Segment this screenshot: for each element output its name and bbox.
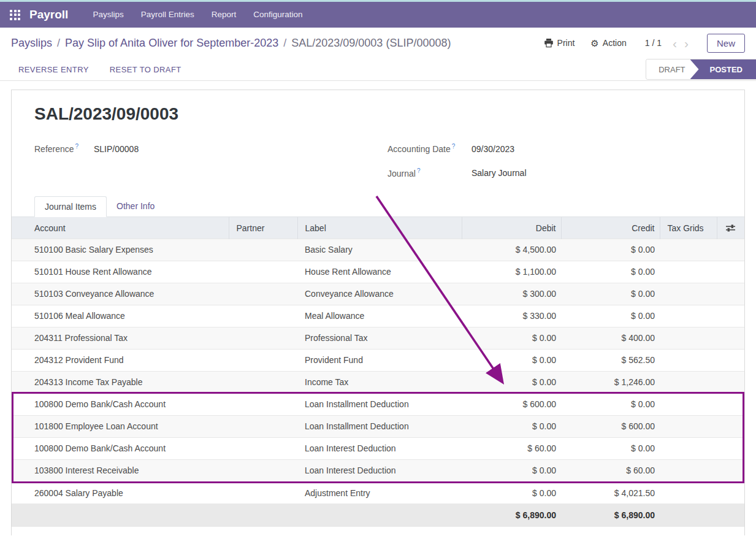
control-panel: PayslipsPay Slip of Anita Oliver for Sep… <box>0 28 756 58</box>
cell-account: 260004 Salary Payable <box>12 481 229 503</box>
status-posted[interactable]: POSTED <box>690 59 756 79</box>
column-header-partner[interactable]: Partner <box>229 217 297 239</box>
field-reference-label: Reference? <box>34 140 94 155</box>
table-row[interactable]: 510101 House Rent Allowance House Rent A… <box>12 261 744 283</box>
pager: 1 / 1 ‹ › <box>645 37 689 50</box>
app-brand[interactable]: Payroll <box>29 8 68 21</box>
cell-partner <box>229 459 297 481</box>
table-row[interactable]: 260004 Salary Payable Adjustment Entry $… <box>12 481 744 503</box>
cell-handle <box>717 305 744 327</box>
cell-handle <box>717 327 744 349</box>
field-reference-value[interactable]: SLIP/00008 <box>94 143 139 155</box>
cell-account: 103800 Interest Receivable <box>12 459 229 481</box>
print-button[interactable]: Print <box>544 38 575 48</box>
cell-account: 100800 Demo Bank/Cash Account <box>12 393 229 415</box>
action-button[interactable]: ⚙ Action <box>590 38 626 48</box>
cell-debit: $ 600.00 <box>462 393 561 415</box>
field-accounting-date-value[interactable]: 09/30/2023 <box>472 143 514 155</box>
cell-debit: $ 0.00 <box>462 327 561 349</box>
tab-journal-items[interactable]: Journal Items <box>34 196 107 217</box>
breadcrumb-link[interactable]: Pay Slip of Anita Oliver for September-2… <box>65 37 291 50</box>
cell-handle <box>717 283 744 305</box>
cell-handle <box>717 239 744 261</box>
new-button[interactable]: New <box>707 34 745 53</box>
table-row[interactable]: 204312 Provident Fund Provident Fund $ 0… <box>12 349 744 371</box>
cell-debit: $ 0.00 <box>462 371 561 393</box>
cell-debit: $ 4,500.00 <box>462 239 561 261</box>
optional-columns-toggle[interactable] <box>717 217 744 239</box>
fields-area: Reference? SLIP/00008 Accounting Date? 0… <box>12 124 744 179</box>
cell-label: Loan Interest Deduction <box>297 437 462 459</box>
nav-menu-item[interactable]: Payslips <box>84 2 132 28</box>
cell-debit: $ 0.00 <box>462 459 561 481</box>
form-sheet: SAL/2023/09/0003 Reference? SLIP/00008 A… <box>11 90 745 535</box>
cell-credit: $ 0.00 <box>561 437 660 459</box>
journal-items-table: Account Partner Label Debit Credit Tax G… <box>12 217 744 527</box>
table-row[interactable]: 204313 Income Tax Payable Income Tax $ 0… <box>12 371 744 393</box>
table-row[interactable]: 103800 Interest Receivable Loan Interest… <box>12 459 744 481</box>
cell-label: Basic Salary <box>297 239 462 261</box>
column-header-tax-grids[interactable]: Tax Grids <box>660 217 717 239</box>
table-row[interactable]: 510103 Conveyance Allowance Conveyance A… <box>12 283 744 305</box>
cell-partner <box>229 393 297 415</box>
cell-account: 204312 Provident Fund <box>12 349 229 371</box>
total-debit: $ 6,890.00 <box>462 503 561 527</box>
statusbar: REVERSE ENTRY RESET TO DRAFT DRAFT POSTE… <box>0 58 756 81</box>
table-row[interactable]: 100800 Demo Bank/Cash Account Loan Insta… <box>12 393 744 415</box>
breadcrumb-link[interactable]: Payslips <box>11 37 65 50</box>
cell-credit: $ 400.00 <box>561 327 660 349</box>
help-icon: ? <box>417 167 421 174</box>
table-row[interactable]: 100800 Demo Bank/Cash Account Loan Inter… <box>12 437 744 459</box>
page-title: SAL/2023/09/0003 <box>12 90 744 124</box>
column-header-debit[interactable]: Debit <box>462 217 561 239</box>
table-header-row: Account Partner Label Debit Credit Tax G… <box>12 217 744 239</box>
field-journal: Journal? Salary Journal <box>388 165 527 180</box>
nav-menu-item[interactable]: Report <box>203 2 245 28</box>
tab-bar: Journal Items Other Info <box>12 196 744 217</box>
cell-handle <box>717 415 744 437</box>
cell-tax-grids <box>660 349 717 371</box>
cell-partner <box>229 283 297 305</box>
cell-credit: $ 60.00 <box>561 459 660 481</box>
cell-label: Professional Tax <box>297 327 462 349</box>
column-header-credit[interactable]: Credit <box>561 217 660 239</box>
column-header-label[interactable]: Label <box>297 217 462 239</box>
breadcrumb: PayslipsPay Slip of Anita Oliver for Sep… <box>11 37 451 50</box>
field-journal-value[interactable]: Salary Journal <box>472 167 527 179</box>
cell-partner <box>229 305 297 327</box>
field-accounting-date: Accounting Date? 09/30/2023 <box>388 140 527 155</box>
cell-debit: $ 0.00 <box>462 481 561 503</box>
reverse-entry-button[interactable]: REVERSE ENTRY <box>18 65 89 74</box>
cell-debit: $ 330.00 <box>462 305 561 327</box>
pager-next-icon[interactable]: › <box>684 37 689 50</box>
table-row[interactable]: 510106 Meal Allowance Meal Allowance $ 3… <box>12 305 744 327</box>
cell-handle <box>717 437 744 459</box>
apps-grid-icon[interactable] <box>10 10 20 20</box>
status-draft[interactable]: DRAFT <box>646 59 697 79</box>
table-row[interactable]: 510100 Basic Salary Expenses Basic Salar… <box>12 239 744 261</box>
pager-prev-icon[interactable]: ‹ <box>673 37 677 50</box>
cell-handle <box>717 459 744 481</box>
cell-credit: $ 4,021.50 <box>561 481 660 503</box>
cell-tax-grids <box>660 459 717 481</box>
cell-label: Conveyance Allowance <box>297 283 462 305</box>
cell-tax-grids <box>660 327 717 349</box>
field-journal-label: Journal? <box>388 165 472 180</box>
cell-account: 510106 Meal Allowance <box>12 305 229 327</box>
column-header-account[interactable]: Account <box>12 217 229 239</box>
table-row[interactable]: 204311 Professional Tax Professional Tax… <box>12 327 744 349</box>
cell-account: 510101 House Rent Allowance <box>12 261 229 283</box>
table-row[interactable]: 101800 Employee Loan Account Loan Instal… <box>12 415 744 437</box>
total-row: $ 6,890.00 $ 6,890.00 <box>12 503 744 527</box>
cell-tax-grids <box>660 305 717 327</box>
printer-icon <box>544 38 554 48</box>
reset-to-draft-button[interactable]: RESET TO DRAFT <box>110 65 181 74</box>
cell-tax-grids <box>660 261 717 283</box>
cell-credit: $ 0.00 <box>561 239 660 261</box>
cell-handle <box>717 393 744 415</box>
nav-menu-item[interactable]: Configuration <box>245 2 311 28</box>
cell-label: Meal Allowance <box>297 305 462 327</box>
nav-menu-item[interactable]: Payroll Entries <box>132 2 203 28</box>
cell-label: Loan Installment Deduction <box>297 415 462 437</box>
tab-other-info[interactable]: Other Info <box>107 196 164 216</box>
